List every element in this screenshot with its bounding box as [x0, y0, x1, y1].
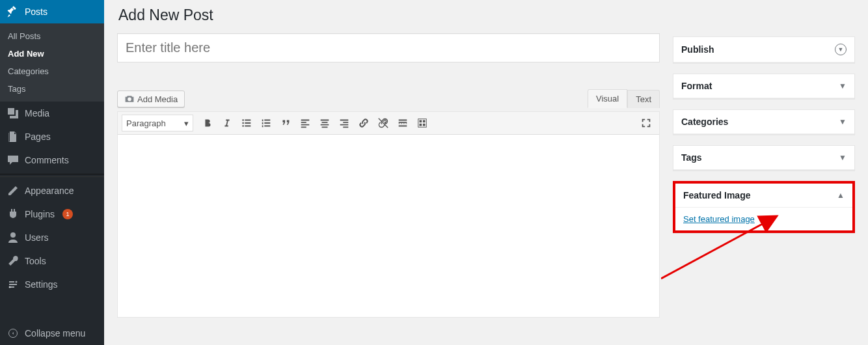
metabox-title: Format: [681, 81, 712, 91]
sidebar-label: Media: [25, 108, 49, 118]
chevron-down-icon: ▼: [835, 44, 847, 55]
add-media-label: Add Media: [137, 94, 178, 104]
metabox-publish: Publish ▼: [673, 36, 855, 63]
metabox-categories-header[interactable]: Categories ▼: [673, 110, 854, 134]
sidebar-item-media[interactable]: Media: [0, 102, 104, 125]
sidebar-sub-add-new[interactable]: Add New: [0, 45, 104, 62]
collapse-menu[interactable]: Collapse menu: [0, 322, 104, 345]
tb-align-center[interactable]: [316, 115, 334, 131]
sidebar-item-users[interactable]: Users: [0, 226, 104, 249]
add-media-button[interactable]: Add Media: [117, 90, 185, 107]
menu-separator: [0, 174, 104, 177]
main-content: Add New Post Add Media Visual Text Parag…: [104, 0, 868, 345]
svg-rect-8: [420, 124, 422, 126]
metabox-title: Featured Image: [683, 190, 750, 200]
plugins-badge: 1: [62, 209, 73, 219]
tb-align-right[interactable]: [335, 115, 353, 131]
sidebar-label: Users: [25, 232, 49, 243]
admin-sidebar: Posts All Posts Add New Categories Tags …: [0, 0, 104, 345]
tb-align-left[interactable]: [296, 115, 314, 131]
svg-point-1: [9, 286, 11, 288]
set-featured-image-link[interactable]: Set featured image: [683, 214, 755, 224]
svg-point-3: [242, 122, 244, 124]
chevron-down-icon: ▼: [839, 153, 847, 162]
tb-unlink[interactable]: [374, 115, 392, 131]
tb-quote[interactable]: [277, 115, 295, 131]
metabox-format: Format ▼: [673, 74, 855, 99]
tb-read-more[interactable]: [394, 115, 412, 131]
sidebar-label: Posts: [25, 7, 47, 17]
metabox-title: Publish: [681, 44, 714, 55]
sidebar-item-pages[interactable]: Pages: [0, 125, 104, 148]
svg-point-2: [242, 119, 244, 121]
editor-toolbar: Paragraph ▾: [118, 112, 659, 135]
post-title-input[interactable]: [117, 33, 660, 62]
svg-rect-7: [423, 120, 426, 123]
metabox-tags-header[interactable]: Tags ▼: [673, 146, 854, 170]
sidebar-item-settings[interactable]: Settings: [0, 273, 104, 296]
chevron-down-icon: ▼: [839, 81, 847, 90]
meta-column: Publish ▼ Format ▼ Categories ▼ Tags: [673, 7, 855, 332]
metabox-title: Tags: [681, 152, 702, 163]
comments-icon: [7, 154, 20, 167]
plugins-icon: [7, 208, 20, 221]
metabox-title: Categories: [681, 117, 728, 127]
collapse-icon: [7, 327, 20, 340]
chevron-down-icon: ▼: [839, 117, 847, 126]
tb-bullet-list[interactable]: [237, 115, 256, 131]
tb-bold[interactable]: [198, 115, 217, 131]
sidebar-label: Comments: [25, 155, 69, 165]
sidebar-sub-all-posts[interactable]: All Posts: [0, 27, 104, 45]
tb-italic[interactable]: [218, 115, 236, 131]
svg-rect-6: [420, 120, 422, 123]
chevron-up-icon: ▲: [837, 191, 845, 200]
sidebar-item-comments[interactable]: Comments: [0, 148, 104, 172]
tb-fullscreen[interactable]: [637, 115, 655, 131]
editor: Paragraph ▾: [117, 111, 660, 318]
svg-rect-9: [423, 124, 426, 126]
svg-point-4: [242, 125, 244, 127]
collapse-label: Collapse menu: [25, 328, 85, 338]
page-title: Add New Post: [118, 7, 660, 24]
pages-icon: [7, 130, 20, 143]
camera-icon: [124, 94, 135, 104]
sidebar-sub-categories[interactable]: Categories: [0, 62, 104, 80]
settings-icon: [7, 278, 20, 291]
users-icon: [7, 231, 20, 244]
metabox-categories: Categories ▼: [673, 109, 855, 135]
tools-icon: [7, 255, 20, 268]
sidebar-label: Settings: [25, 279, 58, 290]
sidebar-sub-tags[interactable]: Tags: [0, 80, 104, 98]
metabox-featured-image: Featured Image ▲ Set featured image: [673, 181, 855, 233]
tab-visual[interactable]: Visual: [588, 89, 627, 108]
metabox-tags: Tags ▼: [673, 145, 855, 171]
metabox-featured-header[interactable]: Featured Image ▲: [675, 184, 852, 208]
metabox-format-header[interactable]: Format ▼: [673, 74, 854, 98]
appearance-icon: [7, 184, 20, 197]
tab-text[interactable]: Text: [627, 90, 660, 108]
tb-toolbar-toggle[interactable]: [413, 115, 431, 131]
tb-link[interactable]: [355, 115, 373, 131]
sidebar-item-plugins[interactable]: Plugins 1: [0, 202, 104, 226]
sidebar-item-posts[interactable]: Posts: [0, 0, 104, 23]
chevron-down-icon: ▾: [184, 118, 189, 128]
posts-submenu: All Posts Add New Categories Tags: [0, 23, 104, 102]
metabox-publish-header[interactable]: Publish ▼: [673, 37, 854, 62]
sidebar-item-appearance[interactable]: Appearance: [0, 179, 104, 202]
sidebar-label: Appearance: [25, 186, 74, 196]
pin-icon: [7, 5, 20, 18]
editor-body[interactable]: [118, 135, 659, 317]
sidebar-label: Pages: [25, 131, 51, 142]
sidebar-label: Plugins: [25, 209, 55, 219]
format-selected: Paragraph: [126, 118, 166, 128]
tb-number-list[interactable]: [257, 115, 275, 131]
format-dropdown[interactable]: Paragraph ▾: [122, 115, 193, 131]
sidebar-label: Tools: [25, 256, 46, 266]
svg-point-0: [16, 281, 18, 283]
media-icon: [7, 107, 20, 120]
sidebar-item-tools[interactable]: Tools: [0, 249, 104, 273]
